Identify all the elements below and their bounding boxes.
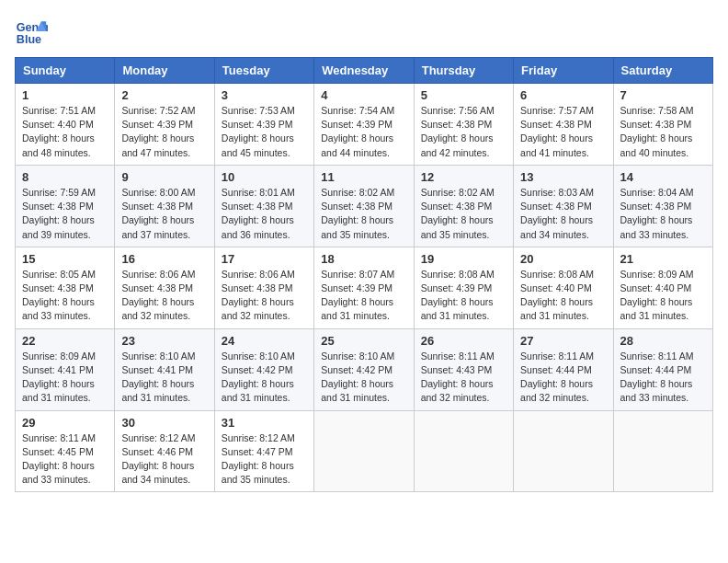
calendar-day-cell: 15Sunrise: 8:05 AMSunset: 4:38 PMDayligh… — [16, 247, 115, 328]
cell-text: Sunrise: 8:11 AMSunset: 4:43 PMDaylight:… — [421, 350, 506, 406]
cell-text: Sunrise: 8:02 AMSunset: 4:38 PMDaylight:… — [421, 186, 506, 242]
day-number: 20 — [520, 252, 606, 266]
day-number: 14 — [620, 170, 706, 184]
cell-text: Sunrise: 8:12 AMSunset: 4:46 PMDaylight:… — [121, 431, 207, 488]
calendar-day-cell: 9Sunrise: 8:00 AMSunset: 4:38 PMDaylight… — [115, 165, 214, 247]
day-number: 28 — [620, 334, 706, 348]
calendar-day-cell: 3Sunrise: 7:53 AMSunset: 4:39 PMDaylight… — [214, 84, 313, 166]
logo-icon: General Blue — [15, 15, 48, 48]
cell-text: Sunrise: 7:53 AMSunset: 4:39 PMDaylight:… — [222, 104, 307, 160]
calendar-day-cell — [613, 410, 712, 492]
cell-text: Sunrise: 8:00 AMSunset: 4:38 PMDaylight:… — [121, 186, 207, 242]
calendar-day-cell: 6Sunrise: 7:57 AMSunset: 4:38 PMDaylight… — [514, 84, 613, 166]
calendar-day-cell: 8Sunrise: 7:59 AMSunset: 4:38 PMDaylight… — [16, 165, 115, 247]
cell-text: Sunrise: 8:02 AMSunset: 4:38 PMDaylight:… — [321, 186, 406, 242]
day-number: 21 — [620, 252, 706, 266]
cell-text: Sunrise: 8:09 AMSunset: 4:40 PMDaylight:… — [620, 268, 706, 324]
day-number: 8 — [22, 170, 108, 184]
calendar-day-cell: 20Sunrise: 8:08 AMSunset: 4:40 PMDayligh… — [514, 247, 613, 328]
calendar-day-cell: 19Sunrise: 8:08 AMSunset: 4:39 PMDayligh… — [414, 247, 513, 328]
calendar-day-cell: 29Sunrise: 8:11 AMSunset: 4:45 PMDayligh… — [16, 410, 115, 492]
cell-text: Sunrise: 7:56 AMSunset: 4:38 PMDaylight:… — [421, 104, 506, 160]
day-number: 2 — [121, 88, 207, 102]
cell-text: Sunrise: 8:03 AMSunset: 4:38 PMDaylight:… — [520, 186, 606, 242]
page-header: General Blue — [15, 15, 713, 48]
day-number: 6 — [520, 88, 606, 102]
calendar-table: SundayMondayTuesdayWednesdayThursdayFrid… — [15, 57, 713, 492]
calendar-day-cell: 21Sunrise: 8:09 AMSunset: 4:40 PMDayligh… — [613, 247, 712, 328]
cell-text: Sunrise: 8:08 AMSunset: 4:39 PMDaylight:… — [421, 268, 506, 324]
weekday-header-cell: Saturday — [613, 58, 712, 84]
cell-text: Sunrise: 8:04 AMSunset: 4:38 PMDaylight:… — [620, 186, 706, 242]
day-number: 7 — [620, 88, 706, 102]
day-number: 26 — [421, 334, 506, 348]
day-number: 10 — [222, 170, 307, 184]
weekday-header-cell: Monday — [115, 58, 214, 84]
cell-text: Sunrise: 7:58 AMSunset: 4:38 PMDaylight:… — [620, 104, 706, 160]
day-number: 29 — [22, 416, 108, 430]
cell-text: Sunrise: 8:05 AMSunset: 4:38 PMDaylight:… — [22, 268, 108, 324]
day-number: 3 — [222, 88, 307, 102]
cell-text: Sunrise: 8:10 AMSunset: 4:42 PMDaylight:… — [321, 350, 406, 406]
calendar-week-row: 15Sunrise: 8:05 AMSunset: 4:38 PMDayligh… — [16, 247, 713, 328]
cell-text: Sunrise: 8:10 AMSunset: 4:42 PMDaylight:… — [222, 350, 307, 406]
day-number: 9 — [121, 170, 207, 184]
calendar-day-cell — [514, 410, 613, 492]
calendar-day-cell: 22Sunrise: 8:09 AMSunset: 4:41 PMDayligh… — [16, 328, 115, 410]
calendar-week-row: 22Sunrise: 8:09 AMSunset: 4:41 PMDayligh… — [16, 328, 713, 410]
day-number: 5 — [421, 88, 506, 102]
calendar-day-cell: 17Sunrise: 8:06 AMSunset: 4:38 PMDayligh… — [214, 247, 313, 328]
calendar-day-cell: 5Sunrise: 7:56 AMSunset: 4:38 PMDaylight… — [414, 84, 513, 166]
calendar-day-cell: 2Sunrise: 7:52 AMSunset: 4:39 PMDaylight… — [115, 84, 214, 166]
logo: General Blue — [15, 15, 51, 48]
calendar-day-cell: 10Sunrise: 8:01 AMSunset: 4:38 PMDayligh… — [214, 165, 313, 247]
day-number: 1 — [22, 88, 108, 102]
day-number: 25 — [321, 334, 406, 348]
day-number: 12 — [421, 170, 506, 184]
calendar-day-cell: 31Sunrise: 8:12 AMSunset: 4:47 PMDayligh… — [214, 410, 313, 492]
calendar-day-cell: 4Sunrise: 7:54 AMSunset: 4:39 PMDaylight… — [314, 84, 414, 166]
cell-text: Sunrise: 8:01 AMSunset: 4:38 PMDaylight:… — [222, 186, 307, 242]
calendar-day-cell: 16Sunrise: 8:06 AMSunset: 4:38 PMDayligh… — [115, 247, 214, 328]
calendar-day-cell: 14Sunrise: 8:04 AMSunset: 4:38 PMDayligh… — [613, 165, 712, 247]
cell-text: Sunrise: 7:54 AMSunset: 4:39 PMDaylight:… — [321, 104, 406, 160]
weekday-header-row: SundayMondayTuesdayWednesdayThursdayFrid… — [16, 58, 713, 84]
day-number: 15 — [22, 252, 108, 266]
calendar-day-cell: 1Sunrise: 7:51 AMSunset: 4:40 PMDaylight… — [16, 84, 115, 166]
cell-text: Sunrise: 7:51 AMSunset: 4:40 PMDaylight:… — [22, 104, 108, 160]
cell-text: Sunrise: 8:10 AMSunset: 4:41 PMDaylight:… — [121, 350, 207, 406]
weekday-header-cell: Sunday — [16, 58, 115, 84]
cell-text: Sunrise: 8:06 AMSunset: 4:38 PMDaylight:… — [222, 268, 307, 324]
weekday-header-cell: Wednesday — [314, 58, 414, 84]
cell-text: Sunrise: 8:12 AMSunset: 4:47 PMDaylight:… — [222, 431, 307, 488]
calendar-day-cell: 25Sunrise: 8:10 AMSunset: 4:42 PMDayligh… — [314, 328, 414, 410]
calendar-week-row: 8Sunrise: 7:59 AMSunset: 4:38 PMDaylight… — [16, 165, 713, 247]
calendar-week-row: 1Sunrise: 7:51 AMSunset: 4:40 PMDaylight… — [16, 84, 713, 166]
cell-text: Sunrise: 7:59 AMSunset: 4:38 PMDaylight:… — [22, 186, 108, 242]
calendar-day-cell: 28Sunrise: 8:11 AMSunset: 4:44 PMDayligh… — [613, 328, 712, 410]
calendar-day-cell: 7Sunrise: 7:58 AMSunset: 4:38 PMDaylight… — [613, 84, 712, 166]
calendar-week-row: 29Sunrise: 8:11 AMSunset: 4:45 PMDayligh… — [16, 410, 713, 492]
cell-text: Sunrise: 7:52 AMSunset: 4:39 PMDaylight:… — [121, 104, 207, 160]
day-number: 24 — [222, 334, 307, 348]
day-number: 31 — [222, 416, 307, 430]
calendar-day-cell: 27Sunrise: 8:11 AMSunset: 4:44 PMDayligh… — [514, 328, 613, 410]
calendar-body: 1Sunrise: 7:51 AMSunset: 4:40 PMDaylight… — [16, 84, 713, 492]
calendar-day-cell: 26Sunrise: 8:11 AMSunset: 4:43 PMDayligh… — [414, 328, 513, 410]
cell-text: Sunrise: 8:08 AMSunset: 4:40 PMDaylight:… — [520, 268, 606, 324]
day-number: 18 — [321, 252, 406, 266]
cell-text: Sunrise: 8:07 AMSunset: 4:39 PMDaylight:… — [321, 268, 406, 324]
day-number: 11 — [321, 170, 406, 184]
day-number: 19 — [421, 252, 506, 266]
weekday-header-cell: Thursday — [414, 58, 513, 84]
calendar-day-cell: 24Sunrise: 8:10 AMSunset: 4:42 PMDayligh… — [214, 328, 313, 410]
cell-text: Sunrise: 8:11 AMSunset: 4:45 PMDaylight:… — [22, 431, 108, 488]
calendar-day-cell: 12Sunrise: 8:02 AMSunset: 4:38 PMDayligh… — [414, 165, 513, 247]
cell-text: Sunrise: 8:11 AMSunset: 4:44 PMDaylight:… — [520, 350, 606, 406]
svg-text:Blue: Blue — [17, 33, 41, 46]
calendar-day-cell: 11Sunrise: 8:02 AMSunset: 4:38 PMDayligh… — [314, 165, 414, 247]
day-number: 13 — [520, 170, 606, 184]
day-number: 30 — [121, 416, 207, 430]
calendar-day-cell — [314, 410, 414, 492]
day-number: 17 — [222, 252, 307, 266]
